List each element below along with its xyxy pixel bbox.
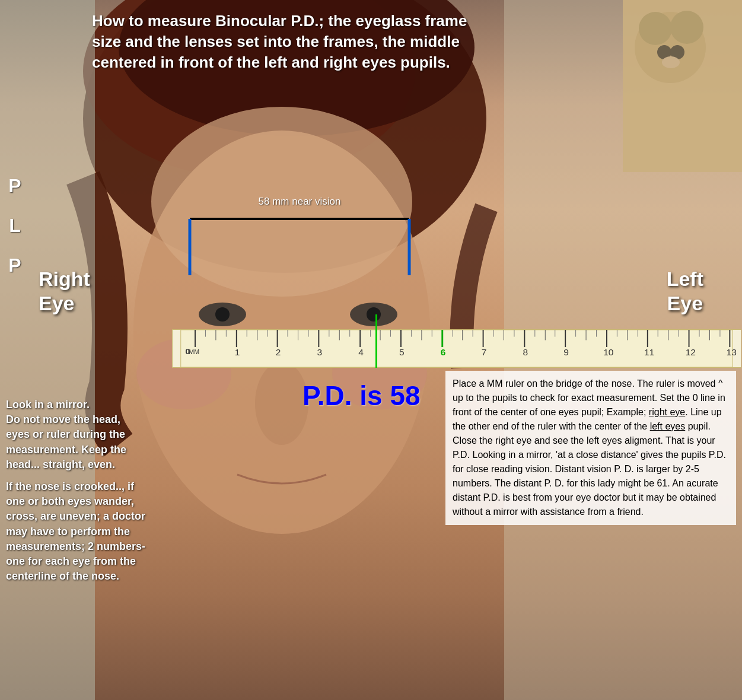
right-eye-label: Right Eye xyxy=(39,267,90,316)
left-eye-label: Left Eye xyxy=(667,267,703,316)
bracket-svg xyxy=(172,210,427,281)
right-eye-line1: Right xyxy=(39,267,90,291)
near-vision-label: 58 mm near vision xyxy=(172,196,427,208)
main-container: How to measure Binocular P.D.; the eyegl… xyxy=(0,0,742,700)
left-instructions: Look in a mirror.Do not move the head,ey… xyxy=(6,397,172,591)
pd-value-display: P.D. is 58 xyxy=(302,380,421,412)
right-eye-ref: right eye xyxy=(649,407,685,417)
right-eye-line2: Eye xyxy=(39,291,90,316)
left-instruction-para1: Look in a mirror.Do not move the head,ey… xyxy=(6,397,172,472)
svg-text:4: 4 xyxy=(358,347,364,357)
svg-text:6: 6 xyxy=(441,347,446,357)
right-instructions: Place a MM ruler on the bridge of the no… xyxy=(445,371,736,525)
ruler-svg: 0 MM 1 2 3 4 5 6 7 xyxy=(173,330,741,367)
svg-text:2: 2 xyxy=(276,347,281,357)
svg-text:13: 13 xyxy=(727,347,737,357)
right-instruction-text: Place a MM ruler on the bridge of the no… xyxy=(453,377,729,519)
ruler: 0 MM 1 2 3 4 5 6 7 xyxy=(172,329,741,368)
title-line2: size and the lenses set into the frames,… xyxy=(92,33,460,50)
left-eye-line2: Eye xyxy=(667,291,703,316)
svg-text:1: 1 xyxy=(235,347,240,357)
title-box: How to measure Binocular P.D.; the eyegl… xyxy=(92,11,537,73)
chart-letter-p2: P xyxy=(8,254,21,276)
svg-text:5: 5 xyxy=(399,347,405,357)
svg-text:7: 7 xyxy=(482,347,487,357)
height-chart: P L P xyxy=(0,166,30,403)
pd-text: P.D. is 58 xyxy=(302,380,421,411)
svg-text:10: 10 xyxy=(603,347,614,357)
left-eye-ref: left eyes xyxy=(650,421,686,431)
title-text: How to measure Binocular P.D.; the eyegl… xyxy=(92,11,537,73)
left-instruction-para2: If the nose is crooked.., ifone or both … xyxy=(6,479,172,584)
svg-text:8: 8 xyxy=(523,347,528,357)
svg-text:12: 12 xyxy=(686,347,696,357)
green-marker-line xyxy=(375,314,377,368)
measurement-diagram: 58 mm near vision xyxy=(172,196,427,281)
svg-text:MM: MM xyxy=(189,348,199,355)
chart-letter-l: L xyxy=(9,215,21,237)
title-line1: How to measure Binocular P.D.; the eyegl… xyxy=(92,12,467,30)
svg-text:3: 3 xyxy=(317,347,322,357)
svg-text:11: 11 xyxy=(644,347,654,357)
svg-text:9: 9 xyxy=(563,347,569,357)
left-eye-line1: Left xyxy=(667,267,703,291)
title-line3: centered in front of the left and right … xyxy=(92,53,450,71)
chart-letter-p1: P xyxy=(8,175,21,197)
